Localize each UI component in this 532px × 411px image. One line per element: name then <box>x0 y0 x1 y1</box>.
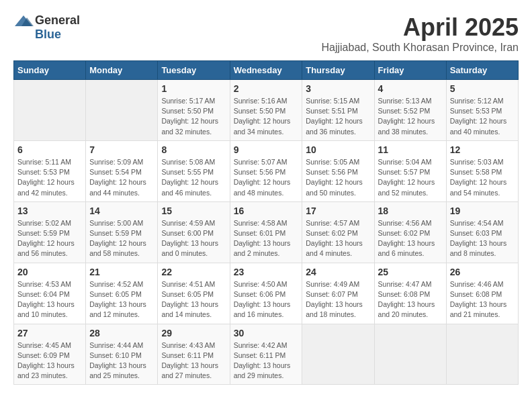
calendar-cell: 13Sunrise: 5:02 AM Sunset: 5:59 PM Dayli… <box>14 201 86 263</box>
calendar-cell: 1Sunrise: 5:17 AM Sunset: 5:50 PM Daylig… <box>158 80 230 141</box>
calendar-cell: 14Sunrise: 5:00 AM Sunset: 5:59 PM Dayli… <box>86 201 158 263</box>
logo-general: General <box>35 13 80 28</box>
calendar-cell: 29Sunrise: 4:43 AM Sunset: 6:11 PM Dayli… <box>158 324 230 385</box>
title-area: April 2025 Hajjiabad, South Khorasan Pro… <box>321 13 519 54</box>
header-wednesday: Wednesday <box>230 61 302 80</box>
day-number: 17 <box>306 205 370 216</box>
calendar-cell: 28Sunrise: 4:44 AM Sunset: 6:10 PM Dayli… <box>86 324 158 385</box>
location-title: Hajjiabad, South Khorasan Province, Iran <box>321 42 519 54</box>
week-row-2: 6Sunrise: 5:11 AM Sunset: 5:53 PM Daylig… <box>14 140 519 201</box>
logo: General Blue <box>13 13 80 42</box>
day-info: Sunrise: 4:53 AM Sunset: 6:04 PM Dayligh… <box>17 279 82 320</box>
calendar-cell: 22Sunrise: 4:51 AM Sunset: 6:05 PM Dayli… <box>158 263 230 324</box>
day-number: 6 <box>17 144 82 155</box>
calendar-cell <box>86 80 158 141</box>
calendar-cell <box>302 324 374 385</box>
calendar-cell: 17Sunrise: 4:57 AM Sunset: 6:02 PM Dayli… <box>302 201 374 263</box>
page-header: General Blue April 2025 Hajjiabad, South… <box>13 13 519 54</box>
calendar-cell: 26Sunrise: 4:46 AM Sunset: 6:08 PM Dayli… <box>446 263 518 324</box>
day-info: Sunrise: 4:51 AM Sunset: 6:05 PM Dayligh… <box>161 279 226 320</box>
calendar-cell: 25Sunrise: 4:47 AM Sunset: 6:08 PM Dayli… <box>374 263 446 324</box>
day-number: 18 <box>378 205 443 216</box>
calendar-cell <box>446 324 518 385</box>
header-thursday: Thursday <box>302 61 374 80</box>
day-number: 29 <box>161 328 226 338</box>
calendar-cell: 9Sunrise: 5:07 AM Sunset: 5:56 PM Daylig… <box>230 140 302 201</box>
day-number: 5 <box>450 83 515 94</box>
day-number: 7 <box>89 144 154 155</box>
day-info: Sunrise: 4:58 AM Sunset: 6:01 PM Dayligh… <box>234 218 299 259</box>
day-info: Sunrise: 5:09 AM Sunset: 5:54 PM Dayligh… <box>89 157 154 198</box>
day-info: Sunrise: 5:07 AM Sunset: 5:56 PM Dayligh… <box>234 157 299 198</box>
day-number: 2 <box>234 83 299 94</box>
calendar-cell: 4Sunrise: 5:13 AM Sunset: 5:52 PM Daylig… <box>374 80 446 141</box>
header-saturday: Saturday <box>446 61 518 80</box>
day-info: Sunrise: 4:56 AM Sunset: 6:02 PM Dayligh… <box>378 218 443 259</box>
calendar-cell: 16Sunrise: 4:58 AM Sunset: 6:01 PM Dayli… <box>230 201 302 263</box>
header-sunday: Sunday <box>14 61 86 80</box>
day-info: Sunrise: 5:04 AM Sunset: 5:57 PM Dayligh… <box>378 157 443 198</box>
calendar-cell: 10Sunrise: 5:05 AM Sunset: 5:56 PM Dayli… <box>302 140 374 201</box>
day-number: 16 <box>234 205 299 216</box>
day-info: Sunrise: 4:42 AM Sunset: 6:11 PM Dayligh… <box>234 340 299 381</box>
calendar-cell <box>14 80 86 141</box>
week-row-3: 13Sunrise: 5:02 AM Sunset: 5:59 PM Dayli… <box>14 201 519 263</box>
day-number: 1 <box>161 83 226 94</box>
calendar-cell: 6Sunrise: 5:11 AM Sunset: 5:53 PM Daylig… <box>14 140 86 201</box>
day-info: Sunrise: 5:16 AM Sunset: 5:50 PM Dayligh… <box>234 96 299 137</box>
day-number: 27 <box>17 328 82 338</box>
calendar-cell: 2Sunrise: 5:16 AM Sunset: 5:50 PM Daylig… <box>230 80 302 141</box>
calendar-cell: 3Sunrise: 5:15 AM Sunset: 5:51 PM Daylig… <box>302 80 374 141</box>
day-info: Sunrise: 4:57 AM Sunset: 6:02 PM Dayligh… <box>306 218 370 259</box>
calendar-cell: 20Sunrise: 4:53 AM Sunset: 6:04 PM Dayli… <box>14 263 86 324</box>
day-number: 25 <box>378 267 443 277</box>
day-number: 8 <box>161 144 226 155</box>
day-info: Sunrise: 4:54 AM Sunset: 6:03 PM Dayligh… <box>450 218 515 259</box>
day-number: 21 <box>89 267 154 277</box>
calendar-cell: 24Sunrise: 4:49 AM Sunset: 6:07 PM Dayli… <box>302 263 374 324</box>
day-number: 3 <box>306 83 370 94</box>
logo-blue: Blue <box>35 28 61 42</box>
day-number: 9 <box>234 144 299 155</box>
week-row-1: 1Sunrise: 5:17 AM Sunset: 5:50 PM Daylig… <box>14 80 519 141</box>
day-number: 13 <box>17 205 82 216</box>
week-row-5: 27Sunrise: 4:45 AM Sunset: 6:09 PM Dayli… <box>14 324 519 385</box>
day-info: Sunrise: 5:08 AM Sunset: 5:55 PM Dayligh… <box>161 157 226 198</box>
calendar-cell: 8Sunrise: 5:08 AM Sunset: 5:55 PM Daylig… <box>158 140 230 201</box>
calendar-cell: 12Sunrise: 5:03 AM Sunset: 5:58 PM Dayli… <box>446 140 518 201</box>
day-number: 11 <box>378 144 443 155</box>
calendar-cell: 30Sunrise: 4:42 AM Sunset: 6:11 PM Dayli… <box>230 324 302 385</box>
day-info: Sunrise: 5:15 AM Sunset: 5:51 PM Dayligh… <box>306 96 370 137</box>
day-info: Sunrise: 4:45 AM Sunset: 6:09 PM Dayligh… <box>17 340 82 381</box>
day-info: Sunrise: 5:03 AM Sunset: 5:58 PM Dayligh… <box>450 157 515 198</box>
day-info: Sunrise: 4:59 AM Sunset: 6:00 PM Dayligh… <box>161 218 226 259</box>
calendar-cell: 18Sunrise: 4:56 AM Sunset: 6:02 PM Dayli… <box>374 201 446 263</box>
calendar-header-row: SundayMondayTuesdayWednesdayThursdayFrid… <box>14 61 519 80</box>
day-info: Sunrise: 5:12 AM Sunset: 5:53 PM Dayligh… <box>450 96 515 137</box>
day-info: Sunrise: 5:05 AM Sunset: 5:56 PM Dayligh… <box>306 157 370 198</box>
day-number: 22 <box>161 267 226 277</box>
month-title: April 2025 <box>321 13 519 42</box>
week-row-4: 20Sunrise: 4:53 AM Sunset: 6:04 PM Dayli… <box>14 263 519 324</box>
day-number: 12 <box>450 144 515 155</box>
calendar-cell: 21Sunrise: 4:52 AM Sunset: 6:05 PM Dayli… <box>86 263 158 324</box>
day-info: Sunrise: 4:44 AM Sunset: 6:10 PM Dayligh… <box>89 340 154 381</box>
day-info: Sunrise: 5:00 AM Sunset: 5:59 PM Dayligh… <box>89 218 154 259</box>
header-tuesday: Tuesday <box>158 61 230 80</box>
day-info: Sunrise: 4:43 AM Sunset: 6:11 PM Dayligh… <box>161 340 226 381</box>
calendar-cell: 7Sunrise: 5:09 AM Sunset: 5:54 PM Daylig… <box>86 140 158 201</box>
header-monday: Monday <box>86 61 158 80</box>
day-number: 23 <box>234 267 299 277</box>
day-number: 24 <box>306 267 370 277</box>
calendar-cell: 5Sunrise: 5:12 AM Sunset: 5:53 PM Daylig… <box>446 80 518 141</box>
calendar-cell: 11Sunrise: 5:04 AM Sunset: 5:57 PM Dayli… <box>374 140 446 201</box>
calendar-cell: 23Sunrise: 4:50 AM Sunset: 6:06 PM Dayli… <box>230 263 302 324</box>
day-info: Sunrise: 4:46 AM Sunset: 6:08 PM Dayligh… <box>450 279 515 320</box>
day-number: 19 <box>450 205 515 216</box>
day-number: 10 <box>306 144 370 155</box>
logo-icon <box>13 14 34 28</box>
day-info: Sunrise: 5:17 AM Sunset: 5:50 PM Dayligh… <box>161 96 226 137</box>
day-info: Sunrise: 5:13 AM Sunset: 5:52 PM Dayligh… <box>378 96 443 137</box>
day-info: Sunrise: 5:02 AM Sunset: 5:59 PM Dayligh… <box>17 218 82 259</box>
day-number: 26 <box>450 267 515 277</box>
